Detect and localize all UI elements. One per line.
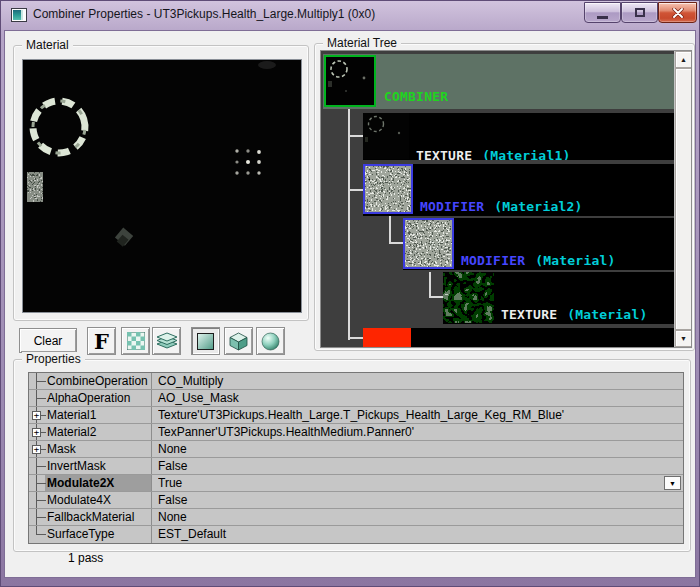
minimize-icon xyxy=(597,16,608,19)
checker-background-button[interactable] xyxy=(121,327,150,355)
minimize-button[interactable] xyxy=(584,2,621,23)
column-divider[interactable] xyxy=(151,526,152,543)
column-divider[interactable] xyxy=(151,407,152,423)
layers-button[interactable] xyxy=(152,327,181,355)
property-row-alphaoperation[interactable]: AlphaOperation AO_Use_Mask xyxy=(29,390,683,407)
cube-view-button[interactable] xyxy=(224,327,253,355)
expand-toggle[interactable]: + xyxy=(32,445,41,454)
expand-toggle[interactable]: + xyxy=(32,411,41,420)
scroll-up-button[interactable]: ▲ xyxy=(675,51,692,68)
mask-thumbnail xyxy=(363,328,411,348)
node-type-label: TEXTURE xyxy=(501,307,557,322)
cube-icon xyxy=(229,332,248,351)
tree-node-texture-mask[interactable]: TEXTURE(Mask) Editor.BadHighlight xyxy=(363,328,675,348)
square-icon xyxy=(197,333,214,350)
close-icon xyxy=(672,8,684,18)
tree-connector xyxy=(348,189,364,191)
property-value: AO_Use_Mask xyxy=(158,391,661,406)
column-divider[interactable] xyxy=(151,492,152,508)
caustics-thumbnail xyxy=(443,272,494,323)
expand-toggle[interactable]: + xyxy=(32,428,41,437)
property-row-material2[interactable]: + Material2 TexPanner'UT3Pickups.HealthM… xyxy=(29,424,683,441)
dialog-client-area: Material Clear xyxy=(4,30,696,578)
node-slot-label: (Material) xyxy=(567,307,647,322)
close-button[interactable] xyxy=(658,2,697,23)
property-name: FallbackMaterial xyxy=(47,510,150,525)
tree-node-combiner[interactable]: COMBINER UT3Pickups.Health_Large.Multipl… xyxy=(323,54,675,109)
column-divider[interactable] xyxy=(151,509,152,525)
column-divider[interactable] xyxy=(151,390,152,406)
tree-connector xyxy=(429,272,431,298)
property-name: Mask xyxy=(47,442,150,457)
tree-node-modifier-material2[interactable]: MODIFIER(Material2) UT3Pickups.HealthMed… xyxy=(363,164,675,216)
tree-scrollbar[interactable]: ▲ ▼ xyxy=(674,51,691,347)
app-icon xyxy=(11,8,27,22)
column-divider[interactable] xyxy=(151,424,152,440)
property-row-mask[interactable]: + Mask None xyxy=(29,441,683,458)
material-tree-group-label: Material Tree xyxy=(323,36,401,50)
property-value: False xyxy=(158,459,661,474)
material-group-label: Material xyxy=(22,38,73,52)
property-value: CO_Multiply xyxy=(158,374,661,389)
scroll-down-button[interactable]: ▼ xyxy=(675,330,692,347)
tree-connector xyxy=(348,109,350,340)
scroll-down-icon: ▼ xyxy=(680,335,687,342)
property-value: TexPanner'UT3Pickups.HealthMedium.Panner… xyxy=(158,425,661,440)
flat-view-button[interactable] xyxy=(191,327,220,355)
tree-node-texture-material[interactable]: TEXTURE(Material) UT3WP_LinkGun.Materia … xyxy=(443,272,675,324)
scrollbar-thumb[interactable] xyxy=(675,68,692,330)
property-value: None xyxy=(158,442,661,457)
property-row-surfacetype[interactable]: SurfaceType EST_Default xyxy=(29,526,683,543)
property-row-material1[interactable]: + Material1 Texture'UT3Pickups.Health_La… xyxy=(29,407,683,424)
property-name: SurfaceType xyxy=(47,527,150,542)
property-value: Texture'UT3Pickups.Health_Large.T_Pickup… xyxy=(158,408,661,423)
property-name: Modulate4X xyxy=(47,493,150,508)
column-divider[interactable] xyxy=(151,475,152,491)
property-row-fallbackmaterial[interactable]: FallbackMaterial None xyxy=(29,509,683,526)
panner-thumbnail xyxy=(363,164,413,214)
node-slot-label: (Material) xyxy=(535,253,615,268)
combiner-thumbnail xyxy=(324,55,376,107)
combiner-properties-window: Combiner Properties - UT3Pickups.Health_… xyxy=(0,0,700,587)
clear-button[interactable]: Clear xyxy=(19,328,77,353)
column-divider[interactable] xyxy=(151,441,152,457)
node-type-label: MODIFIER xyxy=(420,199,484,214)
properties-group: Properties CombineOperation CO_Multiply … xyxy=(13,359,691,552)
property-name: Material1 xyxy=(47,408,150,423)
material-group: Material xyxy=(13,45,309,321)
property-name: Modulate2X xyxy=(47,476,150,491)
properties-group-label: Properties xyxy=(22,352,85,366)
property-value: None xyxy=(158,510,661,525)
material-tree: COMBINER UT3Pickups.Health_Large.Multipl… xyxy=(320,50,692,348)
sphere-view-button[interactable] xyxy=(256,327,285,355)
property-name: InvertMask xyxy=(47,459,150,474)
property-value: True xyxy=(158,476,661,491)
show-fallback-button[interactable]: F xyxy=(87,327,116,355)
column-divider[interactable] xyxy=(151,458,152,474)
property-name: Material2 xyxy=(47,425,150,440)
node-type-label: TEXTURE xyxy=(416,148,472,160)
tree-connector xyxy=(389,216,391,244)
property-row-modulate4x[interactable]: Modulate4X False xyxy=(29,492,683,509)
property-row-combineoperation[interactable]: CombineOperation CO_Multiply xyxy=(29,373,683,390)
property-value: EST_Default xyxy=(158,527,661,542)
panner-thumbnail xyxy=(403,218,454,269)
column-divider[interactable] xyxy=(151,373,152,389)
titlebar[interactable]: Combiner Properties - UT3Pickups.Health_… xyxy=(0,0,700,30)
tree-node-texture-material1[interactable]: TEXTURE(Material1) UT3Pickups.Health_Lar… xyxy=(363,113,675,160)
property-row-invertmask[interactable]: InvertMask False xyxy=(29,458,683,475)
maximize-button[interactable] xyxy=(621,2,658,23)
material-tree-group: Material Tree xyxy=(314,43,695,351)
texture-thumbnail xyxy=(363,113,409,159)
node-type-label: COMBINER xyxy=(384,89,448,104)
sphere-icon xyxy=(261,332,280,351)
letter-f-icon: F xyxy=(94,329,109,354)
value-dropdown-button[interactable]: ▼ xyxy=(664,476,681,490)
material-preview-viewport[interactable] xyxy=(22,59,302,313)
tree-node-modifier-material[interactable]: MODIFIER(Material) UT3Pickups.HealthMedi… xyxy=(403,218,675,270)
property-row-modulate2x[interactable]: Modulate2X True ▼ xyxy=(29,475,683,492)
property-value: False xyxy=(158,493,661,508)
maximize-icon xyxy=(635,8,645,17)
tree-connector xyxy=(348,135,364,137)
node-slot-label: (Material1) xyxy=(482,148,570,160)
